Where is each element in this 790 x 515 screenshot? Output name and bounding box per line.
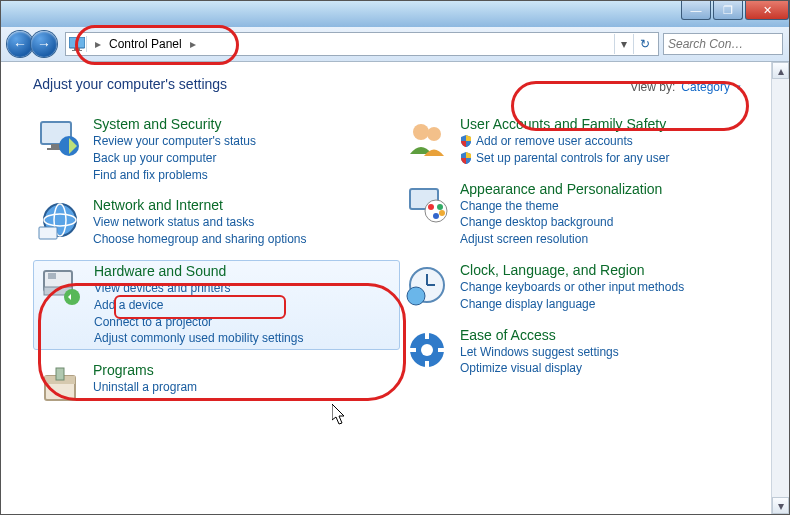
category-link[interactable]: Add or remove user accounts bbox=[460, 133, 763, 150]
category-title[interactable]: Clock, Language, and Region bbox=[460, 262, 763, 278]
svg-point-18 bbox=[413, 124, 429, 140]
uac-shield-icon bbox=[460, 135, 472, 147]
view-by-value: Category bbox=[681, 80, 730, 94]
category-body: Network and InternetView network status … bbox=[93, 197, 396, 248]
address-bar[interactable]: ▸ Control Panel ▸ ▾ ↻ bbox=[65, 32, 659, 56]
refresh-button[interactable]: ↻ bbox=[633, 34, 656, 54]
category-link[interactable]: View devices and printers bbox=[94, 280, 395, 297]
scroll-up-button[interactable]: ▴ bbox=[772, 62, 789, 79]
category-link[interactable]: Set up parental controls for any user bbox=[460, 150, 763, 167]
content-area: ▴ ▾ Adjust your computer's settings View… bbox=[1, 62, 789, 514]
category-programs[interactable]: ProgramsUninstall a program bbox=[33, 360, 400, 410]
category-link[interactable]: Adjust commonly used mobility settings bbox=[94, 330, 395, 347]
svg-rect-13 bbox=[48, 273, 56, 279]
svg-point-29 bbox=[407, 287, 425, 305]
minimize-icon: — bbox=[691, 5, 702, 16]
category-title[interactable]: User Accounts and Family Safety bbox=[460, 116, 763, 132]
category-system[interactable]: System and SecurityReview your computer'… bbox=[33, 114, 400, 185]
svg-rect-0 bbox=[69, 37, 85, 48]
category-ease[interactable]: Ease of AccessLet Windows suggest settin… bbox=[400, 325, 767, 380]
maximize-button[interactable]: ❐ bbox=[713, 1, 743, 20]
category-link[interactable]: Find and fix problems bbox=[93, 167, 396, 184]
category-link[interactable]: Add a device bbox=[94, 297, 395, 314]
category-link[interactable]: Back up your computer bbox=[93, 150, 396, 167]
control-panel-icon bbox=[68, 36, 87, 52]
category-link[interactable]: Uninstall a program bbox=[93, 379, 396, 396]
back-button[interactable]: ← bbox=[7, 31, 33, 57]
system-icon bbox=[37, 116, 83, 162]
svg-rect-1 bbox=[74, 48, 80, 50]
svg-point-23 bbox=[437, 204, 443, 210]
users-icon bbox=[404, 116, 450, 162]
category-body: User Accounts and Family SafetyAdd or re… bbox=[460, 116, 763, 167]
categories: System and SecurityReview your computer'… bbox=[33, 114, 767, 410]
hardware-icon bbox=[38, 263, 84, 309]
category-title[interactable]: Hardware and Sound bbox=[94, 263, 395, 279]
minimize-button[interactable]: — bbox=[681, 1, 711, 20]
network-icon bbox=[37, 197, 83, 243]
category-title[interactable]: Appearance and Personalization bbox=[460, 181, 763, 197]
svg-point-19 bbox=[427, 127, 441, 141]
category-title[interactable]: Programs bbox=[93, 362, 396, 378]
ease-icon bbox=[404, 327, 450, 373]
category-body: ProgramsUninstall a program bbox=[93, 362, 396, 408]
category-link[interactable]: Change the theme bbox=[460, 198, 763, 215]
category-appearance[interactable]: Appearance and PersonalizationChange the… bbox=[400, 179, 767, 250]
close-icon: ✕ bbox=[763, 5, 772, 16]
svg-rect-10 bbox=[39, 227, 57, 239]
forward-button[interactable]: → bbox=[31, 31, 57, 57]
programs-icon bbox=[37, 362, 83, 408]
svg-point-24 bbox=[433, 213, 439, 219]
category-body: System and SecurityReview your computer'… bbox=[93, 116, 396, 183]
svg-point-25 bbox=[439, 210, 445, 216]
window-buttons: — ❐ ✕ bbox=[679, 1, 789, 21]
close-button[interactable]: ✕ bbox=[745, 1, 789, 20]
category-body: Hardware and SoundView devices and print… bbox=[94, 263, 395, 347]
category-link[interactable]: Change display language bbox=[460, 296, 763, 313]
category-link[interactable]: Change keyboards or other input methods bbox=[460, 279, 763, 296]
category-body: Ease of AccessLet Windows suggest settin… bbox=[460, 327, 763, 378]
category-link[interactable]: Optimize visual display bbox=[460, 360, 763, 377]
svg-point-14 bbox=[64, 289, 80, 305]
view-by-label: View by: bbox=[630, 80, 675, 94]
category-users[interactable]: User Accounts and Family SafetyAdd or re… bbox=[400, 114, 767, 169]
scrollbar[interactable]: ▴ ▾ bbox=[771, 62, 789, 514]
category-link[interactable]: Connect to a projector bbox=[94, 314, 395, 331]
category-link[interactable]: Review your computer's status bbox=[93, 133, 396, 150]
category-link[interactable]: Change desktop background bbox=[460, 214, 763, 231]
svg-point-31 bbox=[421, 344, 433, 356]
categories-right-column: User Accounts and Family SafetyAdd or re… bbox=[400, 114, 767, 410]
crumb-sep-icon: ▸ bbox=[186, 37, 200, 51]
category-link[interactable]: Let Windows suggest settings bbox=[460, 344, 763, 361]
category-title[interactable]: Ease of Access bbox=[460, 327, 763, 343]
category-link[interactable]: Adjust screen resolution bbox=[460, 231, 763, 248]
breadcrumb-control-panel[interactable]: Control Panel bbox=[105, 34, 186, 54]
navbar: ← → ▸ Control Panel ▸ ▾ ↻ bbox=[1, 27, 789, 62]
link-text: Set up parental controls for any user bbox=[476, 150, 669, 167]
view-by-control[interactable]: View by: Category ▾ bbox=[630, 80, 741, 94]
chevron-down-icon: ▾ bbox=[736, 82, 741, 92]
svg-rect-17 bbox=[56, 368, 64, 380]
categories-left-column: System and SecurityReview your computer'… bbox=[33, 114, 400, 410]
category-network[interactable]: Network and InternetView network status … bbox=[33, 195, 400, 250]
category-hardware[interactable]: Hardware and SoundView devices and print… bbox=[33, 260, 400, 350]
refresh-icon: ↻ bbox=[640, 37, 650, 51]
uac-shield-icon bbox=[460, 152, 472, 164]
control-panel-window: — ❐ ✕ ← → ▸ Control Panel ▸ ▾ ↻ ▴ ▾ Adju… bbox=[0, 0, 790, 515]
category-link[interactable]: View network status and tasks bbox=[93, 214, 396, 231]
category-title[interactable]: Network and Internet bbox=[93, 197, 396, 213]
clock-icon bbox=[404, 262, 450, 308]
svg-point-22 bbox=[428, 204, 434, 210]
category-clock[interactable]: Clock, Language, and RegionChange keyboa… bbox=[400, 260, 767, 315]
category-link[interactable]: Choose homegroup and sharing options bbox=[93, 231, 396, 248]
forward-arrow-icon: → bbox=[37, 37, 51, 51]
search-input[interactable] bbox=[663, 33, 783, 55]
category-body: Clock, Language, and RegionChange keyboa… bbox=[460, 262, 763, 313]
link-text: Add or remove user accounts bbox=[476, 133, 633, 150]
category-body: Appearance and PersonalizationChange the… bbox=[460, 181, 763, 248]
address-dropdown-icon[interactable]: ▾ bbox=[614, 34, 633, 54]
category-title[interactable]: System and Security bbox=[93, 116, 396, 132]
appearance-icon bbox=[404, 181, 450, 227]
maximize-icon: ❐ bbox=[723, 5, 733, 16]
scroll-down-button[interactable]: ▾ bbox=[772, 497, 789, 514]
